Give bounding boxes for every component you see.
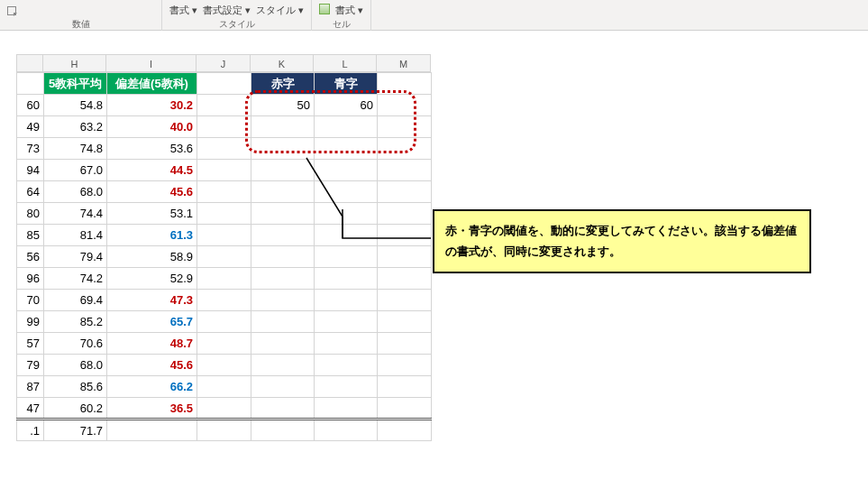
cell[interactable]: 96: [17, 268, 44, 290]
cell[interactable]: [197, 333, 251, 355]
cell[interactable]: 40.0: [107, 116, 197, 138]
cell[interactable]: 36.5: [107, 398, 197, 420]
cell[interactable]: [197, 116, 251, 138]
cell[interactable]: 52.9: [107, 268, 197, 290]
cell[interactable]: 50: [251, 95, 315, 116]
cell[interactable]: 99: [17, 311, 44, 333]
cell[interactable]: [251, 420, 315, 441]
cell[interactable]: [378, 73, 432, 95]
cell[interactable]: 70.6: [44, 333, 107, 355]
cell[interactable]: [315, 268, 378, 290]
col-header-g[interactable]: [16, 54, 43, 72]
cell[interactable]: 67.0: [44, 160, 107, 181]
cell[interactable]: [197, 138, 251, 160]
cell[interactable]: 61.3: [107, 225, 197, 246]
cell[interactable]: 74.8: [44, 138, 107, 160]
cell[interactable]: [315, 398, 378, 420]
cell-format-dropdown[interactable]: 書式 ▾: [335, 4, 363, 17]
cell[interactable]: .1: [17, 420, 44, 441]
cell[interactable]: 70: [17, 290, 44, 311]
cell[interactable]: [197, 160, 251, 181]
cell[interactable]: [197, 355, 251, 376]
col-header-h[interactable]: H: [43, 54, 106, 72]
col-header-j[interactable]: J: [196, 54, 251, 72]
cell[interactable]: [197, 225, 251, 246]
col-header-k[interactable]: K: [251, 54, 314, 72]
cell[interactable]: 30.2: [107, 95, 197, 116]
cell[interactable]: [378, 268, 432, 290]
cell[interactable]: [251, 116, 315, 138]
col-header-m[interactable]: M: [377, 54, 431, 72]
cell[interactable]: [378, 246, 432, 268]
cell[interactable]: [315, 246, 378, 268]
cell[interactable]: 74.4: [44, 203, 107, 225]
cell[interactable]: [251, 268, 315, 290]
cell[interactable]: 79: [17, 355, 44, 376]
cell[interactable]: 45.6: [107, 355, 197, 376]
spreadsheet-grid[interactable]: 5教科平均 偏差値(5教科) 赤字 青字 6054.830.250604963.…: [16, 72, 432, 441]
cell[interactable]: 48.7: [107, 333, 197, 355]
cell[interactable]: 74.2: [44, 268, 107, 290]
cell[interactable]: 87: [17, 376, 44, 398]
dialog-launcher-icon[interactable]: [7, 6, 16, 15]
cell[interactable]: 63.2: [44, 116, 107, 138]
threshold-red-header[interactable]: 赤字: [251, 73, 315, 95]
cell[interactable]: [197, 268, 251, 290]
header-dev[interactable]: 偏差値(5教科): [107, 73, 197, 95]
cell[interactable]: [197, 420, 251, 441]
cell[interactable]: [378, 376, 432, 398]
cell[interactable]: [378, 420, 432, 441]
cell[interactable]: 81.4: [44, 225, 107, 246]
cell[interactable]: [378, 116, 432, 138]
cell[interactable]: 68.0: [44, 355, 107, 376]
cell[interactable]: [251, 376, 315, 398]
cell[interactable]: [251, 290, 315, 311]
cell[interactable]: [378, 95, 432, 116]
cell[interactable]: 85: [17, 225, 44, 246]
cell[interactable]: 85.6: [44, 376, 107, 398]
cell[interactable]: [107, 420, 197, 441]
col-header-l[interactable]: L: [314, 54, 377, 72]
format-settings-dropdown[interactable]: 書式設定 ▾: [203, 4, 251, 17]
cell[interactable]: 60.2: [44, 398, 107, 420]
cell[interactable]: 68.0: [44, 181, 107, 203]
cell[interactable]: [197, 290, 251, 311]
cell[interactable]: 45.6: [107, 181, 197, 203]
cell[interactable]: 94: [17, 160, 44, 181]
cell[interactable]: [251, 355, 315, 376]
cell[interactable]: 66.2: [107, 376, 197, 398]
cell[interactable]: 58.9: [107, 246, 197, 268]
cell[interactable]: 57: [17, 333, 44, 355]
cell[interactable]: [315, 116, 378, 138]
cell[interactable]: 56: [17, 246, 44, 268]
cell[interactable]: [378, 311, 432, 333]
cell[interactable]: [197, 181, 251, 203]
cell[interactable]: 44.5: [107, 160, 197, 181]
cell[interactable]: 47.3: [107, 290, 197, 311]
cell[interactable]: 60: [315, 95, 378, 116]
cell[interactable]: [251, 246, 315, 268]
cell[interactable]: 60: [17, 95, 44, 116]
cell[interactable]: [315, 311, 378, 333]
cell[interactable]: 65.7: [107, 311, 197, 333]
cell[interactable]: 53.1: [107, 203, 197, 225]
cell[interactable]: [315, 355, 378, 376]
style-dropdown[interactable]: スタイル ▾: [256, 4, 304, 17]
cell[interactable]: 73: [17, 138, 44, 160]
cell[interactable]: [197, 95, 251, 116]
cell[interactable]: [197, 203, 251, 225]
cell[interactable]: [378, 333, 432, 355]
cell[interactable]: [315, 376, 378, 398]
cell[interactable]: [251, 398, 315, 420]
cell[interactable]: 49: [17, 116, 44, 138]
cell[interactable]: [378, 355, 432, 376]
cell[interactable]: 47: [17, 398, 44, 420]
cell[interactable]: [251, 333, 315, 355]
cell[interactable]: [251, 311, 315, 333]
cell[interactable]: [315, 290, 378, 311]
cell[interactable]: [315, 333, 378, 355]
cell[interactable]: [17, 73, 44, 95]
cell[interactable]: [197, 398, 251, 420]
cell[interactable]: 79.4: [44, 246, 107, 268]
cell[interactable]: 53.6: [107, 138, 197, 160]
